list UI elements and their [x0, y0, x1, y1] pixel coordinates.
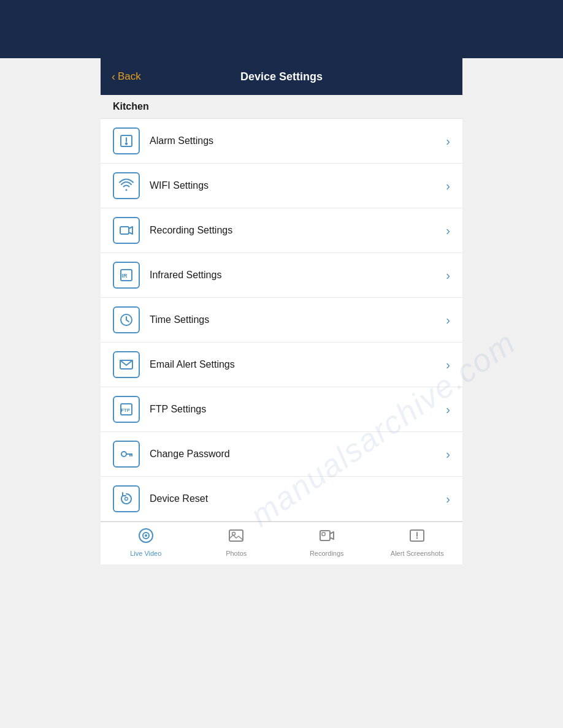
- tab-bar: Live Video Photos: [101, 521, 462, 564]
- top-bar: [0, 0, 563, 58]
- reset-chevron-icon: ›: [446, 492, 450, 506]
- tab-alertscreenshots[interactable]: Alert Screenshots: [372, 528, 463, 557]
- infrared-icon-box: IR: [113, 262, 140, 289]
- clock-icon: [119, 313, 134, 327]
- exclamation-icon: [119, 134, 134, 148]
- tab-livevideo[interactable]: Live Video: [101, 528, 191, 557]
- back-chevron-icon: ‹: [112, 70, 115, 83]
- key-icon: [119, 447, 134, 461]
- alarm-icon-box: [113, 127, 140, 154]
- time-settings-label: Time Settings: [150, 314, 446, 325]
- settings-item-alarm[interactable]: Alarm Settings ›: [101, 119, 462, 164]
- section-label: Kitchen: [101, 95, 462, 119]
- page-title: Device Settings: [240, 70, 323, 83]
- infrared-settings-label: Infrared Settings: [150, 270, 446, 281]
- settings-item-reset[interactable]: Device Reset ›: [101, 477, 462, 521]
- email-icon-box: [113, 351, 140, 378]
- header: ‹ Back Device Settings: [101, 58, 462, 95]
- settings-item-email[interactable]: Email Alert Settings ›: [101, 343, 462, 387]
- reset-icon-box: [113, 485, 140, 512]
- time-icon-box: [113, 306, 140, 333]
- alertscreenshots-icon: [409, 528, 425, 547]
- password-settings-label: Change Password: [150, 449, 446, 460]
- settings-list: Alarm Settings › WIFI Settings ›: [101, 119, 462, 521]
- settings-item-wifi[interactable]: WIFI Settings ›: [101, 164, 462, 208]
- svg-marker-4: [129, 227, 132, 234]
- svg-point-2: [126, 143, 127, 144]
- back-button[interactable]: ‹ Back: [112, 70, 141, 83]
- ir-icon: IR: [119, 268, 134, 282]
- svg-point-13: [121, 452, 126, 457]
- photos-icon: [228, 528, 244, 547]
- alarm-chevron-icon: ›: [446, 134, 450, 148]
- svg-line-9: [126, 320, 129, 322]
- svg-point-20: [145, 534, 147, 537]
- settings-item-time[interactable]: Time Settings ›: [101, 298, 462, 343]
- ftp-icon: FTP: [119, 402, 134, 417]
- livevideo-label: Live Video: [130, 550, 161, 557]
- recording-icon-box: [113, 217, 140, 244]
- svg-rect-21: [229, 530, 243, 541]
- svg-rect-25: [322, 533, 325, 536]
- reset-settings-label: Device Reset: [150, 493, 446, 504]
- tab-recordings[interactable]: Recordings: [282, 528, 372, 557]
- video-icon: [119, 223, 134, 238]
- svg-rect-3: [120, 227, 129, 234]
- tab-photos[interactable]: Photos: [191, 528, 282, 557]
- ftp-settings-label: FTP Settings: [150, 404, 446, 415]
- reset-icon: [119, 491, 134, 506]
- main-card: ‹ Back Device Settings Kitchen Alarm Set…: [101, 58, 462, 564]
- recording-settings-label: Recording Settings: [150, 225, 446, 236]
- svg-text:IR: IR: [122, 273, 128, 279]
- password-icon-box: [113, 441, 140, 468]
- email-icon: [119, 357, 134, 372]
- wifi-icon-box: [113, 172, 140, 199]
- svg-text:FTP: FTP: [121, 408, 130, 413]
- settings-item-password[interactable]: Change Password ›: [101, 432, 462, 477]
- email-chevron-icon: ›: [446, 358, 450, 372]
- recordings-label: Recordings: [310, 550, 344, 557]
- svg-point-28: [416, 537, 418, 538]
- svg-point-17: [125, 498, 128, 501]
- back-label: Back: [118, 70, 141, 83]
- ftp-icon-box: FTP: [113, 396, 140, 423]
- password-chevron-icon: ›: [446, 447, 450, 461]
- settings-item-ftp[interactable]: FTP FTP Settings ›: [101, 387, 462, 432]
- alertscreenshots-label: Alert Screenshots: [391, 550, 444, 557]
- email-settings-label: Email Alert Settings: [150, 359, 446, 370]
- svg-marker-24: [330, 532, 334, 539]
- time-chevron-icon: ›: [446, 313, 450, 327]
- livevideo-icon: [138, 528, 154, 547]
- recording-chevron-icon: ›: [446, 224, 450, 238]
- wifi-chevron-icon: ›: [446, 179, 450, 193]
- alarm-settings-label: Alarm Settings: [150, 135, 446, 146]
- ftp-chevron-icon: ›: [446, 403, 450, 417]
- wifi-settings-label: WIFI Settings: [150, 180, 446, 191]
- recordings-icon: [319, 528, 335, 547]
- settings-item-recording[interactable]: Recording Settings ›: [101, 208, 462, 253]
- photos-label: Photos: [226, 550, 247, 557]
- wifi-icon: [119, 178, 134, 193]
- settings-item-infrared[interactable]: IR Infrared Settings ›: [101, 253, 462, 298]
- infrared-chevron-icon: ›: [446, 268, 450, 282]
